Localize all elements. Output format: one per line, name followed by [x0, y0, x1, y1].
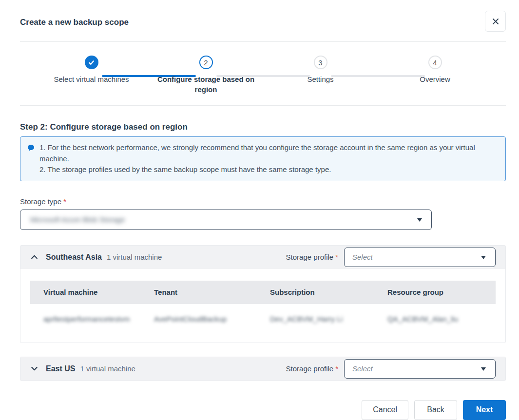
- storage-profile-group: Storage profile* Select: [286, 359, 496, 379]
- cell-subscription: Dev_ACBVM_Harry Li: [270, 315, 387, 323]
- stepper-step-3: 3 Settings: [263, 56, 378, 95]
- check-icon: [88, 59, 95, 66]
- dialog-header: Create a new backup scope: [0, 0, 519, 27]
- info-line-1: 1. For the best network performance, we …: [39, 142, 495, 164]
- required-asterisk: *: [63, 197, 66, 206]
- column-resource-group: Resource group: [387, 288, 496, 296]
- main-content: Step 2: Configure storage based on regio…: [0, 122, 519, 381]
- storage-profile-select-east-us[interactable]: Select: [344, 359, 496, 379]
- step-4-label: Overview: [420, 74, 450, 84]
- storage-type-value: Microsoft Azure Blob Storage: [30, 215, 125, 224]
- stepper-divider: [20, 105, 506, 106]
- stepper-step-1: Select virtual machines: [34, 56, 149, 95]
- dialog-title: Create a new backup scope: [20, 18, 499, 27]
- step-3-circle: 3: [314, 56, 327, 69]
- required-asterisk: *: [335, 364, 338, 373]
- column-virtual-machine: Virtual machine: [43, 288, 154, 296]
- cell-resource-group: QA_ACBVM_Alan_liu: [387, 315, 496, 323]
- column-subscription: Subscription: [270, 288, 387, 296]
- region-card-southeast-asia: Southeast Asia 1 virtual machine Storage…: [20, 245, 506, 343]
- collapse-toggle-button[interactable]: [30, 253, 38, 261]
- step-2-circle: 2: [199, 56, 213, 69]
- storage-profile-placeholder: Select: [352, 253, 373, 261]
- vm-table-header: Virtual machine Tenant Subscription Reso…: [30, 281, 496, 304]
- storage-profile-select-southeast-asia[interactable]: Select: [344, 248, 496, 267]
- storage-type-label: Storage type*: [20, 197, 506, 206]
- close-icon: [492, 18, 500, 25]
- storage-profile-label: Storage profile*: [286, 253, 338, 261]
- info-box: 1. For the best network performance, we …: [20, 136, 506, 181]
- back-button[interactable]: Back: [414, 400, 457, 420]
- next-button[interactable]: Next: [463, 400, 506, 420]
- dropdown-caret-icon: [417, 218, 422, 222]
- region-header-southeast-asia[interactable]: Southeast Asia 1 virtual machine Storage…: [20, 246, 505, 269]
- step-4-circle: 4: [428, 56, 442, 69]
- column-tenant: Tenant: [154, 288, 270, 296]
- close-button[interactable]: [485, 11, 506, 32]
- stepper-step-4: 4 Overview: [378, 56, 492, 95]
- step-1-circle: [85, 56, 98, 69]
- cell-virtual-machine: aprltestperformancetestvm: [43, 315, 154, 323]
- region-name: East US: [46, 364, 75, 373]
- step-heading: Step 2: Configure storage based on regio…: [20, 122, 506, 132]
- expand-toggle-button[interactable]: [30, 364, 38, 373]
- storage-type-select[interactable]: Microsoft Azure Blob Storage: [20, 210, 432, 230]
- vm-table-row: aprltestperformancetestvm AvePointCloudB…: [30, 304, 496, 334]
- required-asterisk: *: [335, 253, 338, 261]
- region-vm-count: 1 virtual machine: [80, 364, 135, 373]
- region-card-east-us: East US 1 virtual machine Storage profil…: [20, 357, 506, 381]
- step-3-label: Settings: [307, 74, 333, 84]
- stepper-step-2: 2 Configure storage based on region: [149, 56, 263, 95]
- cell-tenant: AvePointCloudBackup: [154, 315, 270, 323]
- chevron-down-icon: [30, 364, 38, 373]
- stepper: Select virtual machines 2 Configure stor…: [0, 42, 519, 105]
- step-2-label: Configure storage based on region: [153, 74, 260, 95]
- dialog-footer: Cancel Back Next: [0, 400, 519, 420]
- dropdown-caret-icon: [481, 256, 486, 259]
- info-line-2: 2. The storage profiles used by the same…: [39, 164, 495, 175]
- comment-bubble-icon: [27, 144, 35, 175]
- region-vm-count: 1 virtual machine: [107, 253, 162, 261]
- chevron-up-icon: [30, 253, 38, 261]
- region-body-southeast-asia: Virtual machine Tenant Subscription Reso…: [20, 269, 505, 343]
- dropdown-caret-icon: [481, 367, 486, 371]
- region-header-east-us[interactable]: East US 1 virtual machine Storage profil…: [20, 357, 505, 381]
- storage-profile-placeholder: Select: [352, 364, 373, 373]
- info-text: 1. For the best network performance, we …: [39, 142, 495, 175]
- storage-profile-group: Storage profile* Select: [286, 248, 496, 267]
- storage-profile-label: Storage profile*: [286, 364, 338, 373]
- cancel-button[interactable]: Cancel: [362, 400, 408, 420]
- region-name: Southeast Asia: [46, 253, 102, 262]
